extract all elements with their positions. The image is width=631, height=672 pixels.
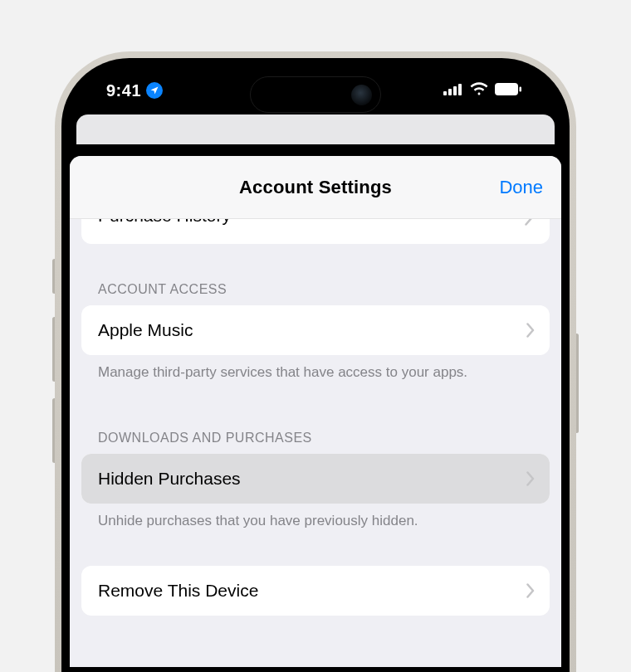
navigation-bar: Account Settings Done (70, 156, 561, 219)
row-label: Remove This Device (98, 581, 258, 601)
location-arrow-icon (146, 82, 163, 99)
chevron-right-icon (526, 471, 535, 486)
chevron-right-icon (525, 219, 533, 226)
row-remove-device[interactable]: Remove This Device (81, 566, 550, 616)
svg-rect-0 (443, 91, 447, 95)
status-bar: 9:41 (70, 66, 561, 114)
row-hidden-purchases[interactable]: Hidden Purchases (81, 454, 550, 504)
background-sheet (76, 114, 555, 144)
svg-rect-2 (453, 86, 457, 95)
done-button[interactable]: Done (499, 177, 543, 198)
row-apple-music[interactable]: Apple Music (81, 305, 550, 355)
chevron-right-icon (526, 323, 535, 338)
status-time: 9:41 (106, 81, 141, 100)
svg-rect-3 (458, 84, 462, 95)
svg-rect-1 (448, 89, 452, 95)
section-footer: Manage third-party services that have ac… (81, 355, 550, 382)
row-purchase-history[interactable]: Purchase History (81, 219, 550, 244)
row-label: Purchase History (98, 219, 231, 226)
svg-rect-4 (495, 83, 518, 95)
section-footer: Unhide purchases that you have previousl… (81, 504, 550, 531)
section-header-downloads: DOWNLOADS AND PURCHASES (81, 431, 550, 446)
section-header-account-access: ACCOUNT ACCESS (81, 282, 550, 297)
row-label: Hidden Purchases (98, 469, 241, 489)
cellular-signal-icon (443, 83, 463, 99)
page-title: Account Settings (239, 177, 392, 198)
battery-icon (495, 83, 521, 99)
phone-mockup: 9:41 (55, 51, 576, 672)
chevron-right-icon (526, 583, 535, 598)
modal-sheet: Account Settings Done Purchase History (70, 156, 561, 667)
wifi-icon (470, 82, 488, 99)
row-label: Apple Music (98, 320, 193, 340)
svg-rect-5 (520, 86, 522, 91)
